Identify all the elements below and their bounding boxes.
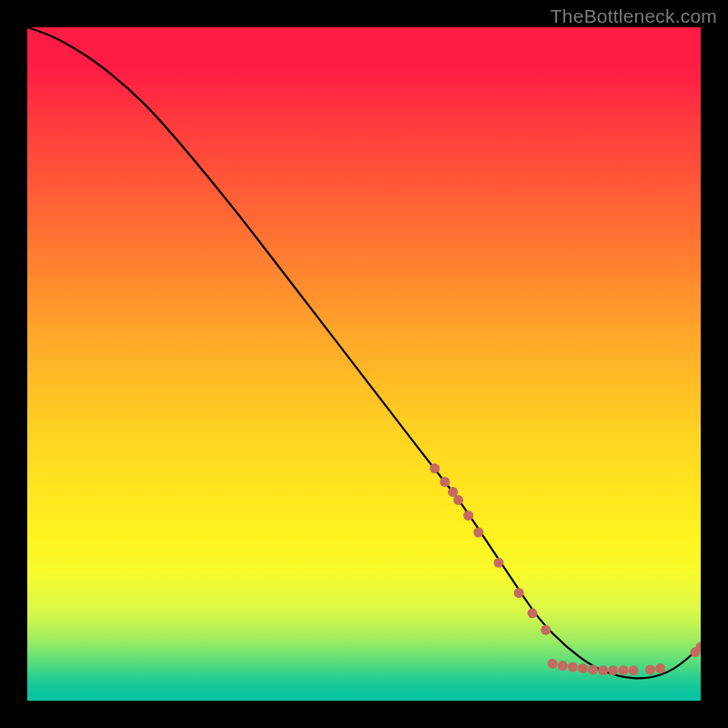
data-marker bbox=[453, 495, 463, 505]
data-marker bbox=[655, 663, 665, 673]
data-marker bbox=[558, 661, 568, 671]
curve-layer bbox=[27, 27, 701, 701]
data-marker bbox=[463, 511, 473, 521]
data-marker bbox=[629, 665, 639, 675]
data-marker bbox=[578, 663, 588, 673]
chart-stage: TheBottleneck.com bbox=[0, 0, 728, 728]
plot-area bbox=[27, 27, 701, 701]
data-marker bbox=[548, 659, 558, 669]
data-marker bbox=[618, 665, 628, 675]
data-marker bbox=[608, 665, 618, 675]
bottleneck-curve bbox=[27, 27, 701, 678]
data-marker bbox=[494, 558, 504, 568]
data-marker bbox=[598, 665, 608, 675]
watermark-text: TheBottleneck.com bbox=[551, 5, 717, 27]
data-marker bbox=[645, 664, 655, 674]
data-marker bbox=[430, 463, 440, 473]
data-marker bbox=[473, 528, 483, 538]
data-marker bbox=[528, 608, 538, 618]
data-marker bbox=[588, 664, 598, 674]
data-marker bbox=[541, 625, 551, 635]
data-marker bbox=[440, 477, 450, 487]
data-marker bbox=[514, 588, 524, 598]
data-marker bbox=[568, 662, 578, 672]
marker-group bbox=[430, 463, 701, 675]
